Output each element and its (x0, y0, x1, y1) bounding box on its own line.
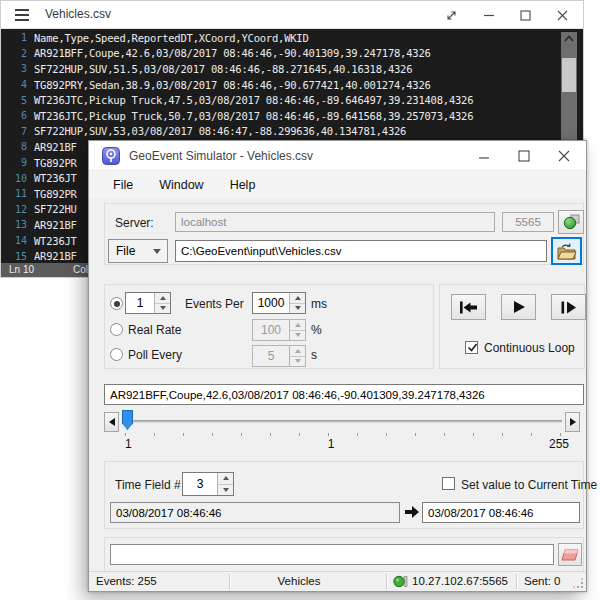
eraser-icon (561, 549, 579, 561)
browse-file-button[interactable] (551, 237, 582, 265)
skip-to-start-button[interactable] (451, 294, 486, 320)
maximize-icon[interactable] (504, 141, 544, 171)
sent-count: Sent: 0 (524, 575, 560, 587)
editor-titlebar: Vehicles.csv (1, 1, 583, 29)
real-rate-spinner: 100 (252, 319, 306, 341)
time-to-input[interactable]: 03/08/2017 08:46:46 (422, 502, 580, 523)
spin-up-icon[interactable] (155, 293, 170, 303)
real-rate-radio[interactable] (110, 323, 123, 336)
resize-grip[interactable] (573, 578, 584, 589)
server-port-input: 5565 (502, 212, 554, 232)
arrow-right-bold-icon (404, 505, 420, 519)
skip-to-start-icon (459, 301, 478, 314)
code-line: 7SF722HUP,SUV,53,03/08/2017 08:46:47,-88… (1, 124, 583, 140)
column-indicator: Col (73, 264, 88, 275)
source-type-select[interactable]: File (108, 239, 168, 263)
simulator-window-controls (464, 141, 584, 171)
slider-handle[interactable] (122, 410, 133, 430)
simulator-window: GeoEvent Simulator - Vehicles.csv File W… (88, 140, 587, 592)
progress-panel (104, 537, 584, 572)
arrow-right-icon (570, 418, 576, 426)
fixed-rate-radio[interactable] (110, 297, 123, 310)
expand-diagonal-icon[interactable] (433, 1, 470, 29)
server-label: Server: (115, 216, 154, 230)
playback-group: Continuous Loop (439, 284, 585, 369)
menu-help[interactable]: Help (228, 176, 258, 194)
set-current-time-checkbox[interactable] (442, 477, 455, 490)
feed-name: Vehicles (239, 575, 359, 587)
menu-window[interactable]: Window (157, 176, 205, 194)
spin-up-icon[interactable] (290, 293, 305, 303)
statusbar-separator (386, 574, 387, 589)
step-button[interactable] (551, 294, 586, 320)
code-line: 2AR921BFF,Coupe,42.6,03/08/2017 08:46:46… (1, 46, 583, 62)
poll-every-radio[interactable] (110, 348, 123, 361)
editor-title: Vehicles.csv (45, 7, 111, 21)
menu-file[interactable]: File (111, 176, 135, 194)
endpoint-address: 10.27.102.67:5565 (412, 575, 508, 587)
continuous-loop-checkbox[interactable] (465, 341, 478, 354)
line-indicator: Ln 10 (9, 264, 34, 275)
set-current-time-label: Set value to Current Time (461, 478, 597, 492)
desktop: Vehicles.csv 1Name,Type,Speed,ReportedDT (0, 0, 600, 600)
menubar: File Window Help (89, 171, 586, 198)
simulator-title: GeoEvent Simulator - Vehicles.csv (129, 149, 313, 163)
events-per-label: Events Per (185, 297, 244, 311)
close-icon[interactable] (544, 1, 581, 29)
simulator-titlebar: GeoEvent Simulator - Vehicles.csv (89, 141, 586, 171)
connected-icon (563, 214, 580, 230)
file-path-input[interactable]: C:\GeoEvent\input\Vehicles.csv (175, 240, 547, 262)
poll-every-label: Poll Every (128, 348, 182, 362)
minimize-icon[interactable] (470, 1, 507, 29)
hamburger-menu-icon[interactable] (15, 9, 29, 21)
spin-up-icon[interactable] (218, 473, 233, 484)
connection-status-icon (393, 575, 408, 588)
time-field-group: Time Field # 3 Set value to Current Time… (104, 461, 584, 529)
events-count-spinner[interactable]: 1 (125, 292, 171, 314)
slider-track[interactable] (122, 420, 562, 423)
seconds-unit-label: s (311, 348, 317, 362)
spin-down-icon[interactable] (218, 484, 233, 496)
code-line: 6WT236JTC,Pickup Truck,50.7,03/08/2017 0… (1, 108, 583, 124)
simulator-statusbar: Events: 255 Vehicles 10.27.102.67:5565 S… (89, 571, 586, 591)
code-line: 4TG892PRY,Sedan,38.9,03/08/2017 08:46:46… (1, 77, 583, 93)
rate-group: 1 Events Per 1000 ms Real Rate 100 % Pol… (104, 284, 434, 369)
maximize-icon[interactable] (507, 1, 544, 29)
continuous-loop-label: Continuous Loop (484, 341, 575, 355)
statusbar-separator (229, 574, 230, 589)
code-line: 3SF722HUP,SUV,51.5,03/08/2017 08:46:46,-… (1, 61, 583, 77)
play-icon (512, 300, 526, 314)
time-from-input: 03/08/2017 08:46:46 (110, 502, 400, 523)
geoevent-app-icon (102, 147, 120, 165)
statusbar-separator (516, 574, 517, 589)
ms-unit-label: ms (311, 297, 327, 311)
scroll-up-icon[interactable] (564, 35, 574, 42)
poll-spinner: 5 (252, 345, 306, 367)
minimize-icon[interactable] (464, 141, 504, 171)
slider-left-button[interactable] (104, 412, 119, 432)
play-button[interactable] (501, 294, 536, 320)
checkmark-icon (466, 341, 479, 354)
events-count: Events: 255 (96, 575, 157, 587)
slider-min-label: 1 (125, 437, 132, 451)
event-preview-input[interactable]: AR921BFF,Coupe,42.6,03/08/2017 08:46:46,… (104, 384, 584, 405)
percent-unit-label: % (311, 323, 322, 337)
slider-max-label: 255 (509, 437, 569, 451)
interval-spinner[interactable]: 1000 (252, 292, 306, 314)
time-field-spinner[interactable]: 3 (182, 472, 234, 496)
time-field-label: Time Field # (115, 478, 181, 492)
close-icon[interactable] (544, 141, 584, 171)
scrollbar-thumb[interactable] (562, 58, 576, 92)
slider-ticks (125, 433, 562, 436)
real-rate-label: Real Rate (128, 323, 181, 337)
slider-right-button[interactable] (565, 412, 580, 432)
step-icon (560, 301, 577, 314)
arrow-left-icon (109, 418, 115, 426)
spin-down-icon[interactable] (290, 303, 305, 314)
connect-button[interactable] (558, 210, 584, 234)
chevron-down-icon (153, 249, 161, 254)
slider-current-label: 1 (291, 437, 371, 451)
clear-button[interactable] (558, 543, 582, 566)
spin-down-icon[interactable] (155, 303, 170, 314)
connection-group: Server: localhost 5565 File C:\GeoEvent\… (104, 203, 584, 265)
